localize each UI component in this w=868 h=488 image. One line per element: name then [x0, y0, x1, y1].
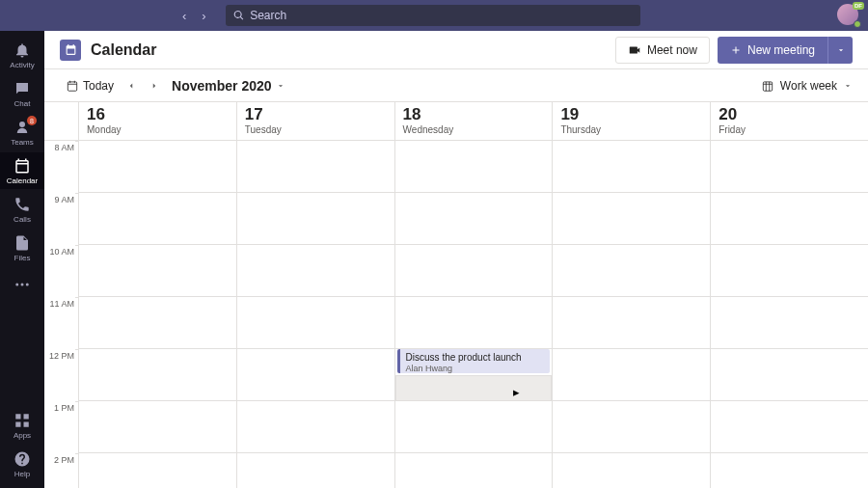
- prev-period-button[interactable]: [120, 74, 143, 97]
- timeslot[interactable]: [79, 349, 236, 401]
- history-forward-button[interactable]: ›: [198, 7, 209, 25]
- day-name: Tuesday: [245, 124, 387, 135]
- day-number: 17: [245, 106, 387, 122]
- chevron-down-icon: [276, 81, 285, 91]
- timeslot[interactable]: [79, 401, 236, 453]
- timeslot[interactable]: [237, 401, 394, 453]
- day-column[interactable]: [711, 141, 868, 488]
- next-period-button[interactable]: [143, 74, 166, 97]
- timeslot[interactable]: [711, 193, 868, 245]
- timeslot[interactable]: [553, 453, 710, 488]
- month-picker[interactable]: November 2020: [172, 78, 285, 94]
- profile-avatar[interactable]: DF: [837, 4, 860, 27]
- rail-files[interactable]: Files: [0, 230, 44, 266]
- timeslot[interactable]: [553, 297, 710, 349]
- rail-more[interactable]: [0, 268, 44, 303]
- rail-teams-badge: 8: [27, 116, 37, 125]
- video-icon: [628, 43, 641, 57]
- day-header[interactable]: 20 Friday: [711, 102, 868, 140]
- day-column[interactable]: [237, 141, 395, 488]
- timeslot[interactable]: [711, 245, 868, 297]
- search-box[interactable]: [226, 5, 640, 26]
- rail-apps[interactable]: Apps: [0, 407, 44, 444]
- timeslot[interactable]: [553, 401, 710, 453]
- timeslot[interactable]: [79, 453, 236, 488]
- view-switcher[interactable]: Work week: [761, 79, 853, 93]
- timeslot[interactable]: [237, 349, 394, 401]
- rail-apps-label: Apps: [14, 431, 31, 440]
- timeslot[interactable]: [79, 245, 236, 297]
- timeslot[interactable]: [237, 141, 394, 193]
- page-header: Calendar Meet now New meeting: [44, 31, 868, 69]
- today-button[interactable]: Today: [60, 76, 120, 95]
- timeslot[interactable]: [79, 141, 236, 193]
- meet-now-label: Meet now: [647, 43, 697, 57]
- timeslot[interactable]: [237, 193, 394, 245]
- svg-rect-4: [24, 414, 29, 419]
- new-meeting-dropdown[interactable]: [827, 37, 853, 64]
- timeslot[interactable]: [237, 245, 394, 297]
- calendar-event[interactable]: Discuss the product launchAlan Hwang: [397, 349, 551, 373]
- timeslot[interactable]: [395, 453, 553, 488]
- rail-files-label: Files: [14, 254, 31, 262]
- svg-point-0: [15, 284, 18, 286]
- timeslot[interactable]: [79, 193, 236, 245]
- meet-now-button[interactable]: Meet now: [615, 37, 710, 64]
- rail-chat[interactable]: Chat: [0, 75, 44, 112]
- timeslot[interactable]: [237, 297, 394, 349]
- timeslot[interactable]: [711, 141, 868, 193]
- svg-rect-8: [763, 81, 772, 90]
- app-rail: Activity Chat Teams 8 Calendar Calls Fil…: [0, 31, 44, 488]
- timeslot[interactable]: [553, 349, 710, 401]
- calendar-view-icon: [761, 79, 774, 93]
- timeslot[interactable]: [395, 245, 553, 297]
- day-name: Thursday: [560, 124, 702, 135]
- svg-point-1: [21, 284, 24, 286]
- timeslot[interactable]: [395, 141, 553, 193]
- day-column[interactable]: [553, 141, 711, 488]
- timeslot[interactable]: [711, 401, 868, 453]
- day-header[interactable]: 16 Monday: [79, 102, 237, 140]
- today-label: Today: [83, 79, 114, 93]
- day-header[interactable]: 19 Thursday: [553, 102, 711, 140]
- day-column[interactable]: [79, 141, 237, 488]
- timeslot[interactable]: [395, 401, 553, 453]
- rail-help[interactable]: Help: [0, 446, 44, 482]
- timeslot[interactable]: [79, 297, 236, 349]
- rail-activity[interactable]: Activity: [0, 37, 44, 73]
- day-number: 18: [403, 106, 545, 122]
- chevron-right-icon: [149, 81, 159, 91]
- rail-calls-label: Calls: [14, 215, 31, 224]
- history-back-button[interactable]: ‹: [178, 7, 190, 25]
- time-label: 11 AM: [44, 297, 78, 349]
- view-label: Work week: [780, 79, 837, 93]
- rail-teams[interactable]: Teams 8: [0, 114, 44, 150]
- time-label: 1 PM: [44, 401, 78, 453]
- new-meeting-button[interactable]: New meeting: [718, 37, 827, 64]
- day-header[interactable]: 18 Wednesday: [395, 102, 554, 140]
- svg-rect-6: [24, 422, 29, 427]
- rail-calendar[interactable]: Calendar: [0, 152, 44, 189]
- search-input[interactable]: [250, 9, 633, 22]
- timeslot[interactable]: [711, 349, 868, 401]
- timeslot[interactable]: [553, 193, 710, 245]
- selected-timeslot[interactable]: [395, 375, 553, 401]
- calendar-grid-scroll[interactable]: 8 AM9 AM10 AM11 AM12 PM1 PM2 PM3 PMDiscu…: [44, 141, 868, 488]
- timeslot[interactable]: [395, 193, 553, 245]
- day-name: Wednesday: [403, 124, 545, 135]
- timeslot[interactable]: [711, 297, 868, 349]
- event-title: Discuss the product launch: [406, 352, 545, 364]
- timeslot[interactable]: [237, 453, 394, 488]
- title-bar: ‹ › DF: [0, 0, 868, 31]
- day-header[interactable]: 17 Tuesday: [237, 102, 395, 140]
- day-name: Friday: [719, 124, 860, 135]
- timeslot[interactable]: [395, 297, 553, 349]
- avatar-initials: DF: [853, 2, 864, 10]
- timeslot[interactable]: [553, 141, 710, 193]
- timeslot[interactable]: [553, 245, 710, 297]
- day-header-row: 16 Monday 17 Tuesday 18 Wednesday 19 Thu…: [44, 102, 868, 141]
- day-column[interactable]: Discuss the product launchAlan Hwang▸: [395, 141, 554, 488]
- rail-calls[interactable]: Calls: [0, 191, 44, 228]
- calendar-app-icon: [60, 40, 81, 61]
- timeslot[interactable]: [711, 453, 868, 488]
